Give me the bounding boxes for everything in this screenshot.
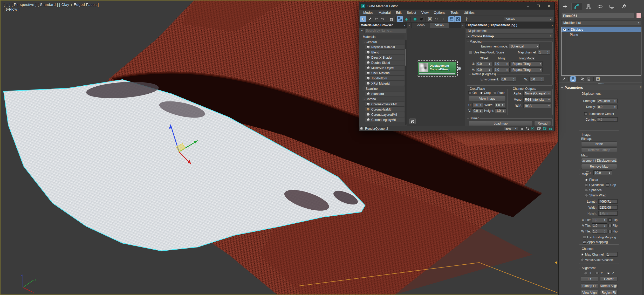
expand-arrow-icon[interactable] [568, 29, 570, 31]
zoom-magnifier-icon[interactable] [526, 127, 530, 131]
reload-button[interactable]: Reload [534, 121, 551, 126]
environment-rotate-spinner[interactable]: 0,0 [500, 77, 516, 81]
close-icon[interactable]: x [551, 24, 553, 27]
assign-material-button[interactable] [403, 16, 409, 22]
spinner-arrows-icon[interactable] [546, 50, 549, 54]
menu-tools[interactable]: Tools [448, 10, 461, 15]
u-tiling-mode-dropdown[interactable]: Repeat Tiling [511, 61, 543, 66]
close-button[interactable]: ✕ [547, 4, 550, 8]
panel-drag-strip[interactable] [559, 0, 644, 2]
pick-material-button[interactable] [367, 16, 373, 22]
configure-modifier-sets-button[interactable] [595, 76, 601, 82]
planar-radio[interactable] [585, 178, 588, 181]
load-map-button[interactable]: Load map [469, 121, 533, 126]
v-offset-spinner[interactable]: 0,0 [476, 68, 492, 72]
list-item[interactable]: Physical Material [365, 45, 405, 50]
maximize-button[interactable]: ❐ [537, 4, 540, 8]
spinner-arrows-icon[interactable] [540, 77, 543, 81]
list-item[interactable]: XRef Material [365, 81, 405, 86]
viewport-label[interactable]: [ + ] [ Perspective ] [ Standard ] [ Cla… [4, 3, 99, 7]
render-map-button[interactable] [463, 16, 470, 22]
object-name-field[interactable]: Plane061 [561, 13, 634, 18]
align-z-radio[interactable] [607, 272, 610, 275]
list-item[interactable]: CoronaHairMtl [365, 107, 405, 112]
v-tile-spinner[interactable]: 1,0 [592, 223, 607, 228]
u-offset-spinner[interactable]: 0,0 [476, 62, 492, 66]
menu-edit[interactable]: Edit [393, 10, 404, 15]
strength-spinner[interactable]: 250,0cm [597, 99, 618, 103]
tab-display[interactable] [606, 3, 617, 10]
tab-motion[interactable] [595, 3, 606, 10]
spinner-arrows-icon[interactable] [502, 109, 505, 113]
visibility-eye-icon[interactable] [563, 28, 567, 31]
spinner-arrows-icon[interactable] [614, 99, 616, 103]
align-x-radio[interactable] [584, 272, 587, 275]
list-item[interactable]: CoronaLayeredMtl [365, 112, 405, 117]
tab-utilities[interactable] [618, 3, 629, 10]
u-flip-checkbox[interactable] [608, 218, 612, 222]
delete-selected-button[interactable] [388, 16, 394, 22]
menu-options[interactable]: Options [431, 10, 448, 15]
list-item[interactable]: Multi/Sub-Object [365, 66, 405, 70]
browser-group-scanline[interactable]: - Scanline [362, 86, 405, 91]
list-item[interactable]: DirectX Shader [365, 55, 405, 60]
use-real-world-scale-checkbox[interactable] [469, 51, 472, 54]
spinner-arrows-icon[interactable] [501, 103, 504, 107]
modifier-list-dropdown[interactable]: Modifier List [561, 20, 641, 25]
spherical-radio[interactable] [585, 189, 588, 192]
view-align-button[interactable]: View Align [581, 290, 598, 295]
spinner-arrows-icon[interactable] [604, 218, 606, 222]
layout-children-button[interactable] [455, 16, 461, 22]
menu-utilities[interactable]: Utilities [461, 10, 477, 15]
zoom-level-dropdown[interactable]: 89% [504, 127, 518, 131]
menu-select[interactable]: Select [404, 10, 419, 15]
show-map-in-viewport-button[interactable] [412, 16, 418, 22]
menu-modes[interactable]: Modes [361, 10, 376, 15]
crop-radio[interactable] [480, 91, 483, 94]
remove-modifier-button[interactable] [586, 76, 592, 82]
vertex-color-radio[interactable] [581, 258, 584, 261]
chevron-down-icon[interactable]: ▼ [360, 29, 364, 32]
stack-row-displace[interactable]: Displace [561, 27, 641, 32]
center-button[interactable]: Center [600, 277, 618, 282]
spinner-arrows-icon[interactable] [614, 105, 616, 109]
stack-row-plane[interactable]: Plane [561, 32, 641, 37]
tab-scroll-left[interactable]: < [407, 23, 412, 28]
environment-mode-dropdown[interactable]: Spherical [509, 44, 540, 49]
tab-view5[interactable]: View5 [412, 23, 430, 28]
spinner-arrows-icon[interactable] [488, 68, 491, 72]
list-item[interactable]: Shell Material [365, 71, 405, 76]
alpha-output-dropdown[interactable]: None (Opaque) [523, 91, 551, 96]
pan-to-selected-icon[interactable] [549, 127, 552, 131]
crop-on-checkbox[interactable] [468, 91, 471, 94]
u-tile-spinner[interactable]: 1,0 [592, 218, 607, 222]
browser-header[interactable]: Material/Map Browserx [359, 23, 407, 28]
tab-modify[interactable] [571, 3, 582, 10]
layout-all-button[interactable] [448, 16, 455, 22]
node-output-socket[interactable] [458, 67, 461, 70]
select-tool-button[interactable] [360, 16, 366, 22]
map-channel-spinner[interactable]: 1 [538, 50, 550, 54]
map-channel-radio[interactable] [581, 253, 584, 256]
width-spinner[interactable]: 5232,08 [598, 205, 618, 210]
list-item[interactable]: Blend [365, 50, 405, 55]
browser-group-corona[interactable]: - Corona [362, 97, 405, 101]
w-flip-checkbox[interactable] [608, 230, 612, 233]
search-input[interactable] [365, 29, 406, 33]
get-material-button[interactable] [380, 16, 386, 22]
list-item[interactable]: CoronaLegacyMtl [365, 118, 405, 122]
rgb-output-dropdown[interactable]: RGB [523, 104, 551, 108]
fit-button[interactable]: Fit [581, 277, 598, 282]
crop-width-spinner[interactable]: 1,0 [494, 103, 505, 107]
w-rotate-spinner[interactable]: 0,0 [529, 77, 544, 81]
spinner-arrows-icon[interactable] [604, 229, 606, 233]
show-shaded-material-button[interactable]: 0 [427, 16, 433, 22]
incoming-wires-button[interactable] [433, 16, 440, 22]
place-radio[interactable] [493, 91, 496, 94]
w-tile-spinner[interactable]: 1,0 [592, 229, 607, 234]
crop-u-spinner[interactable]: 0,0 [472, 103, 483, 107]
spinner-arrows-icon[interactable] [614, 252, 616, 256]
hide-unused-slots-button[interactable] [440, 16, 446, 22]
list-item[interactable]: Double Sided [365, 60, 405, 65]
list-item[interactable]: Top/Bottom [365, 76, 405, 81]
